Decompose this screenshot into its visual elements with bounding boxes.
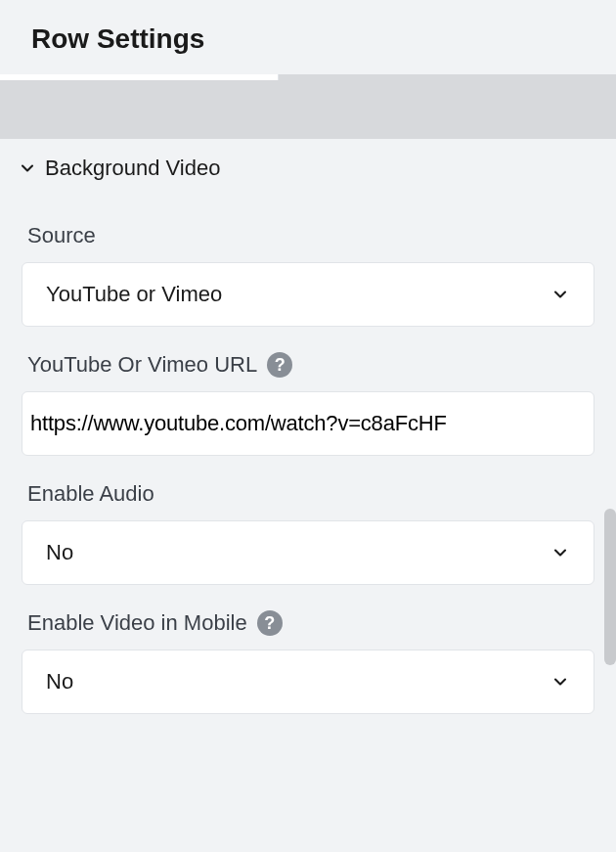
enable-audio-select-value: No	[46, 540, 550, 565]
url-input-value: https://www.youtube.com/watch?v=c8aFcHF	[30, 411, 447, 436]
section-title: Background Video	[45, 156, 220, 181]
source-select-value: YouTube or Vimeo	[46, 282, 550, 307]
field-enable-audio-label-row: Enable Audio	[22, 481, 594, 507]
field-enable-audio: Enable Audio No	[0, 456, 616, 585]
url-input[interactable]: https://www.youtube.com/watch?v=c8aFcHF	[22, 391, 594, 456]
chevron-down-icon	[18, 158, 37, 178]
field-source: Source YouTube or Vimeo	[0, 198, 616, 327]
field-source-label-row: Source	[22, 223, 594, 248]
section-header-bg	[0, 80, 616, 139]
chevron-down-icon	[550, 543, 570, 562]
section-header-wrapper: Background Video	[0, 80, 616, 198]
enable-video-mobile-select[interactable]: No	[22, 650, 594, 714]
chevron-down-icon	[550, 285, 570, 304]
scrollbar-thumb[interactable]	[604, 509, 616, 665]
field-enable-video-mobile: Enable Video in Mobile ? No	[0, 585, 616, 714]
chevron-down-icon	[550, 672, 570, 692]
panel-title: Row Settings	[31, 23, 585, 55]
field-url-label-row: YouTube Or Vimeo URL ?	[22, 352, 594, 378]
field-enable-video-mobile-label: Enable Video in Mobile	[27, 610, 247, 636]
section-header[interactable]: Background Video	[0, 139, 291, 198]
panel-header: Row Settings	[0, 0, 616, 74]
help-icon[interactable]: ?	[267, 352, 292, 378]
field-url: YouTube Or Vimeo URL ? https://www.youtu…	[0, 327, 616, 456]
field-url-label: YouTube Or Vimeo URL	[27, 352, 257, 378]
help-icon[interactable]: ?	[257, 610, 283, 636]
enable-video-mobile-select-value: No	[46, 669, 550, 695]
enable-audio-select[interactable]: No	[22, 520, 594, 585]
field-enable-audio-label: Enable Audio	[27, 481, 154, 507]
source-select[interactable]: YouTube or Vimeo	[22, 262, 594, 327]
field-source-label: Source	[27, 223, 96, 248]
field-enable-video-mobile-label-row: Enable Video in Mobile ?	[22, 610, 594, 636]
